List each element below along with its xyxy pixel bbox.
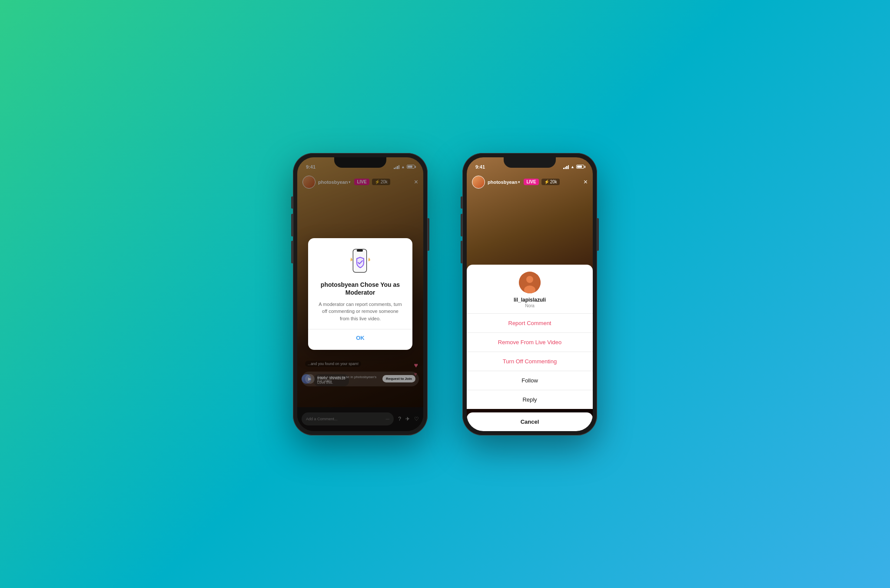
side-button-power: [428, 218, 429, 251]
side-button-power-2: [597, 218, 599, 251]
phones-container: 9:41 ▲ photosbyean: [293, 153, 597, 435]
action-report-comment[interactable]: Report Comment: [467, 314, 593, 333]
action-username: lil_lapislazuli: [472, 297, 588, 303]
close-button-2[interactable]: ×: [584, 178, 588, 186]
svg-point-10: [526, 276, 533, 283]
modal-body: A moderator can report comments, turn of…: [317, 301, 404, 322]
action-cancel-button[interactable]: Cancel: [467, 412, 593, 431]
chevron-down-icon-2: ▾: [518, 180, 520, 184]
action-user-section: lil_lapislazuli Nora: [467, 265, 593, 314]
action-follow[interactable]: Follow: [467, 371, 593, 390]
side-button-mute-2: [461, 196, 462, 209]
action-sheet-main: lil_lapislazuli Nora Report Comment Remo…: [467, 265, 593, 409]
phone-2: 9:41 ▲ photosbyean: [462, 153, 597, 435]
modal-divider: [308, 329, 412, 329]
action-remove-from-live[interactable]: Remove From Live Video: [467, 333, 593, 352]
notch-2: [504, 157, 556, 168]
phone-1: 9:41 ▲ photosbyean: [293, 153, 428, 435]
svg-line-5: [351, 260, 352, 261]
modal-ok-button[interactable]: OK: [317, 335, 404, 341]
modal-overlay: photosbyean Chose You as Moderator A mod…: [297, 157, 423, 431]
side-button-vol-down-2: [461, 241, 462, 263]
svg-line-7: [369, 258, 369, 259]
action-user-avatar: [519, 272, 541, 293]
lightning-icon-2: ⚡: [544, 179, 549, 184]
phone-2-screen: 9:41 ▲ photosbyean: [467, 157, 593, 431]
viewer-count-2: ⚡ 20k: [541, 179, 560, 185]
side-button-vol-up-2: [461, 214, 462, 236]
action-turn-off-commenting[interactable]: Turn Off Commenting: [467, 352, 593, 371]
svg-line-4: [351, 258, 352, 259]
status-time-2: 9:41: [475, 164, 485, 169]
signal-icon-2: [563, 165, 569, 169]
action-realname: Nora: [472, 303, 588, 308]
side-button-mute: [291, 196, 293, 209]
svg-rect-2: [357, 249, 363, 252]
action-reply[interactable]: Reply: [467, 390, 593, 409]
action-sheet: lil_lapislazuli Nora Report Comment Remo…: [467, 265, 593, 431]
moderator-modal: photosbyean Chose You as Moderator A mod…: [308, 238, 412, 350]
side-button-vol-down: [291, 241, 293, 263]
live-badge-2: LIVE: [524, 179, 538, 185]
side-button-vol-up: [291, 214, 293, 236]
svg-line-8: [369, 260, 370, 261]
live-header-2: photosbyean ▾ LIVE ⚡ 20k ×: [467, 173, 593, 191]
phone-1-screen: 9:41 ▲ photosbyean: [297, 157, 423, 431]
avatar-2: [472, 176, 485, 189]
shield-icon: [347, 249, 373, 275]
battery-icon-2: [576, 165, 584, 169]
wifi-icon-2: ▲: [571, 165, 575, 169]
status-icons-2: ▲: [563, 165, 584, 169]
modal-title: photosbyean Chose You as Moderator: [317, 281, 404, 296]
username-header-2: photosbyean: [488, 179, 517, 185]
